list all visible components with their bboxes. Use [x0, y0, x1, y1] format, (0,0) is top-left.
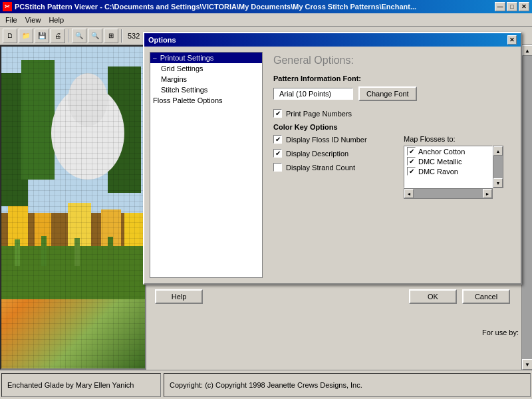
map-floss-hscrollbar: ◄ ► — [404, 188, 493, 199]
map-floss-label-2: DMC Ravon — [418, 168, 458, 176]
tree-panel: – Printout Settings Grid Settings Margin… — [150, 52, 263, 278]
maximize-button[interactable]: □ — [507, 2, 517, 11]
section-title: General Options: — [273, 55, 510, 66]
pattern-image — [1, 47, 145, 368]
tree-item-margins[interactable]: Margins — [150, 74, 262, 84]
map-floss-checkbox-2[interactable]: ✔ — [407, 167, 416, 176]
font-row: Arial (10 Points) Change Font — [273, 86, 510, 101]
map-floss-label-1: DMC Metallic — [418, 158, 462, 166]
toolbar-grid[interactable]: ⊞ — [104, 29, 118, 43]
map-floss-item-1[interactable]: ✔ DMC Metallic — [404, 156, 492, 166]
display-description-label: Display Description — [286, 150, 348, 158]
toolbar-open[interactable]: 📁 — [19, 29, 33, 43]
scroll-down-btn[interactable]: ▼ — [522, 359, 532, 370]
app-icon: ✂ — [3, 2, 12, 11]
content-panel: General Options: Pattern Information Fon… — [263, 47, 521, 283]
tree-label-margins: Margins — [161, 75, 187, 83]
ok-button[interactable]: OK — [409, 289, 457, 304]
map-floss-item-0[interactable]: ✔ Anchor Cotton — [404, 146, 492, 156]
options-dialog: Options ✕ – Printout Settings Grid Setti… — [143, 32, 522, 285]
status-left-text: Enchanted Glade by Mary Ellen Yanich — [7, 381, 134, 389]
map-floss-vscrollbar: ▲ ▼ — [493, 146, 503, 188]
app-title: PCStitch Pattern Viewer - C:\Documents a… — [15, 3, 416, 11]
tree-item-floss[interactable]: Floss Palette Options — [150, 95, 262, 106]
tree-item-printout[interactable]: – Printout Settings — [150, 53, 262, 63]
toolbar-save[interactable]: 💾 — [35, 29, 49, 43]
font-display: Arial (10 Points) — [273, 88, 353, 100]
change-font-button[interactable]: Change Font — [358, 86, 417, 101]
dialog-footer: Help OK Cancel — [144, 283, 521, 309]
map-floss-scroll-down[interactable]: ▼ — [493, 178, 503, 188]
display-floss-id-checkbox[interactable]: ✔ — [273, 135, 282, 144]
app-titlebar: ✂ PCStitch Pattern Viewer - C:\Documents… — [0, 0, 532, 13]
map-floss-list: ✔ Anchor Cotton ✔ DMC Metallic ✔ — [404, 146, 493, 188]
display-strand-checkbox[interactable] — [273, 163, 282, 172]
toolbar-sep2 — [121, 29, 122, 43]
map-floss-section: Map Flosses to: ✔ Anchor Cotton ✔ — [404, 135, 510, 199]
tree-collapse-icon: – — [153, 55, 157, 62]
tree-item-stitch[interactable]: Stitch Settings — [150, 84, 262, 95]
cancel-button[interactable]: Cancel — [462, 289, 510, 304]
map-floss-container: ✔ Anchor Cotton ✔ DMC Metallic ✔ — [404, 146, 503, 199]
display-description-checkbox[interactable]: ✔ — [273, 149, 282, 158]
print-page-numbers-row: ✔ Print Page Numbers — [273, 109, 510, 118]
scroll-track — [522, 56, 532, 359]
map-floss-label: Map Flosses to: — [404, 135, 510, 143]
print-page-numbers-checkbox[interactable]: ✔ — [273, 109, 282, 118]
display-description-row: ✔ Display Description — [273, 149, 393, 158]
menu-file[interactable]: File — [1, 15, 21, 25]
menu-view[interactable]: View — [21, 15, 45, 25]
toolbar-counter: 532 — [128, 32, 140, 40]
color-key-title: Color Key Options — [273, 123, 510, 131]
map-floss-scroll-left[interactable]: ◄ — [404, 189, 414, 198]
toolbar-sep1 — [68, 29, 69, 43]
titlebar-buttons: — □ ✕ — [495, 2, 529, 11]
status-right-text: Copyright: (c) Copyright 1998 Jeanette C… — [170, 381, 362, 389]
tree-label-floss: Floss Palette Options — [153, 96, 223, 104]
tree-item-grid[interactable]: Grid Settings — [150, 63, 262, 74]
map-floss-htrack — [414, 189, 483, 198]
dialog-footer-right: OK Cancel — [409, 289, 510, 304]
map-floss-vtrack — [493, 156, 503, 178]
map-floss-checkbox-1[interactable]: ✔ — [407, 157, 416, 166]
app-window: ✂ PCStitch Pattern Viewer - C:\Documents… — [0, 0, 532, 399]
status-right: Copyright: (c) Copyright 1998 Jeanette C… — [164, 373, 531, 397]
map-floss-item-2[interactable]: ✔ DMC Ravon — [404, 166, 492, 176]
use-by-label: For use by: — [482, 329, 519, 336]
toolbar-zoom-out[interactable]: 🔍 — [88, 29, 102, 43]
scroll-up-btn[interactable]: ▲ — [522, 45, 532, 56]
display-strand-label: Display Strand Count — [286, 164, 355, 172]
map-floss-label-0: Anchor Cotton — [418, 148, 465, 156]
close-button[interactable]: ✕ — [519, 2, 529, 11]
options-columns: ✔ Display Floss ID Number ✔ Display Desc… — [273, 135, 510, 199]
toolbar-new[interactable]: 🗋 — [3, 29, 17, 43]
dialog-overlay: Options ✕ – Printout Settings Grid Setti… — [143, 32, 522, 285]
menu-help[interactable]: Help — [45, 15, 68, 25]
toolbar-zoom-in[interactable]: 🔍 — [72, 29, 86, 43]
app-menubar: File View Help — [0, 13, 532, 27]
toolbar-print[interactable]: 🖨 — [51, 29, 65, 43]
status-bar: Enchanted Glade by Mary Ellen Yanich Cop… — [0, 370, 532, 399]
tree-label-grid: Grid Settings — [161, 65, 203, 72]
map-floss-scroll-right[interactable]: ► — [483, 189, 492, 198]
map-floss-scroll-up[interactable]: ▲ — [493, 146, 503, 156]
tree-label-stitch: Stitch Settings — [161, 86, 207, 94]
help-button[interactable]: Help — [155, 289, 203, 304]
display-floss-id-label: Display Floss ID Number — [286, 136, 367, 144]
pattern-canvas — [0, 45, 146, 370]
minimize-button[interactable]: — — [495, 2, 505, 11]
app-vscrollbar: ▲ ▼ — [521, 45, 532, 370]
color-key-section: ✔ Display Floss ID Number ✔ Display Desc… — [273, 135, 393, 199]
print-page-numbers-label: Print Page Numbers — [286, 110, 352, 118]
grid-overlay — [1, 47, 145, 368]
tree-label-printout: Printout Settings — [160, 54, 214, 62]
display-strand-row: Display Strand Count — [273, 163, 393, 172]
display-floss-id-row: ✔ Display Floss ID Number — [273, 135, 393, 144]
dialog-close-button[interactable]: ✕ — [507, 35, 517, 45]
status-left: Enchanted Glade by Mary Ellen Yanich — [1, 373, 161, 397]
dialog-titlebar: Options ✕ — [144, 33, 521, 47]
pattern-font-label: Pattern Information Font: — [273, 74, 510, 82]
map-floss-checkbox-0[interactable]: ✔ — [407, 147, 416, 156]
dialog-title: Options — [148, 36, 176, 44]
use-by-section: For use by: — [482, 329, 519, 336]
